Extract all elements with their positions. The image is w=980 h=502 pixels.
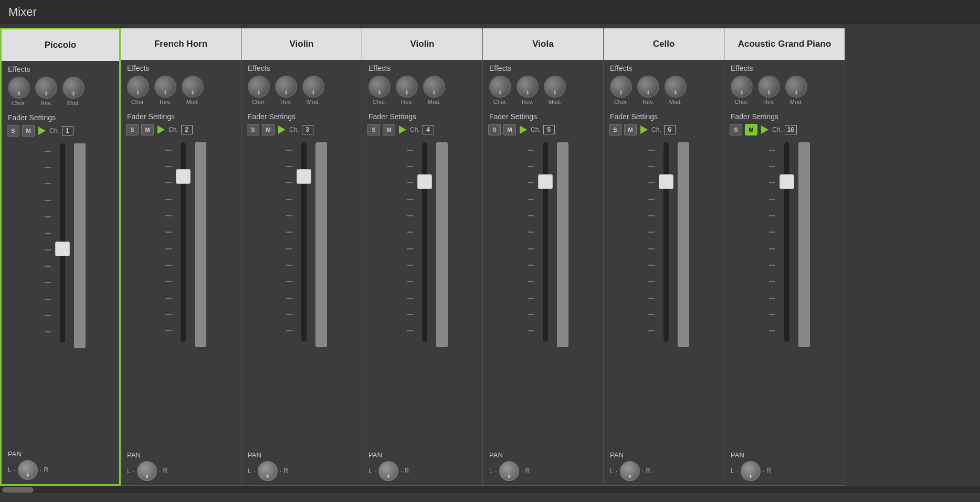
- channel-strip-5: CelloEffectsChor.Rev.Mod.Fader SettingsS…: [604, 28, 724, 486]
- fader-track-3[interactable]: [422, 142, 427, 342]
- knob-2-0[interactable]: [248, 76, 270, 98]
- volume-bar-5[interactable]: [678, 142, 689, 347]
- solo-button-3[interactable]: S: [367, 124, 380, 135]
- pan-knob-0[interactable]: [18, 460, 38, 480]
- play-button-5[interactable]: [640, 125, 648, 134]
- solo-button-2[interactable]: S: [247, 124, 259, 135]
- fader-thumb-4[interactable]: [538, 174, 553, 189]
- solo-button-4[interactable]: S: [488, 124, 501, 135]
- fader-thumb-1[interactable]: [176, 169, 191, 184]
- knob-0-0[interactable]: [8, 77, 30, 99]
- knob-3-1[interactable]: [396, 76, 418, 98]
- knob-6-2[interactable]: [785, 76, 807, 98]
- knob-4-1[interactable]: [517, 76, 539, 98]
- volume-bar-6[interactable]: [798, 142, 810, 347]
- fader-col-0[interactable]: [55, 141, 70, 346]
- volume-bar-wrap-3: [436, 140, 448, 347]
- solo-button-0[interactable]: S: [7, 125, 19, 137]
- pan-knob-2[interactable]: [258, 461, 278, 481]
- scrollbar-area[interactable]: [0, 486, 980, 493]
- knob-label-4-1: Rev.: [522, 99, 533, 105]
- knob-5-2[interactable]: [665, 76, 687, 98]
- tick-mark: [648, 330, 655, 331]
- knob-4-2[interactable]: [544, 76, 566, 98]
- play-button-2[interactable]: [278, 125, 286, 134]
- knob-1-2[interactable]: [182, 76, 204, 98]
- pan-label-3: PAN: [368, 451, 382, 459]
- fader-track-5[interactable]: [663, 142, 669, 342]
- pan-row-6: L · · R: [731, 461, 771, 481]
- mute-button-3[interactable]: M: [383, 124, 395, 135]
- knob-1-1[interactable]: [154, 76, 176, 98]
- fader-area-1: [121, 138, 241, 447]
- knob-1-0[interactable]: [127, 76, 149, 98]
- pan-r-dot-3: ·: [401, 467, 403, 475]
- pan-knob-5[interactable]: [620, 461, 640, 481]
- volume-bar-3[interactable]: [436, 142, 448, 347]
- fader-col-5[interactable]: [659, 140, 673, 344]
- fader-thumb-3[interactable]: [417, 174, 432, 189]
- knob-2-1[interactable]: [275, 76, 297, 98]
- volume-bar-2[interactable]: [315, 142, 327, 347]
- play-button-0[interactable]: [38, 127, 46, 135]
- pan-knob-1[interactable]: [137, 461, 157, 481]
- fader-track-0[interactable]: [60, 143, 65, 343]
- fader-track-1[interactable]: [181, 142, 186, 342]
- tick-mark: [407, 265, 413, 266]
- pan-knob-4[interactable]: [499, 461, 519, 481]
- pan-knob-3[interactable]: [378, 461, 398, 481]
- fader-track-4[interactable]: [543, 142, 548, 342]
- mute-button-5[interactable]: M: [624, 124, 637, 135]
- fader-col-6[interactable]: [779, 140, 794, 344]
- mute-button-4[interactable]: M: [503, 124, 516, 135]
- volume-bar-1[interactable]: [195, 142, 206, 347]
- knob-0-2[interactable]: [62, 77, 85, 99]
- fader-col-1[interactable]: [176, 140, 191, 344]
- knob-4-0[interactable]: [489, 76, 511, 98]
- solo-button-6[interactable]: S: [730, 124, 742, 135]
- knob-label-0-2: Mod.: [67, 100, 80, 106]
- fader-col-4[interactable]: [538, 140, 553, 344]
- pan-knob-6[interactable]: [741, 461, 761, 481]
- fader-thumb-6[interactable]: [779, 174, 794, 189]
- tick-mark: [648, 248, 655, 249]
- fader-track-2[interactable]: [301, 142, 307, 342]
- scrollbar-thumb[interactable]: [2, 487, 34, 493]
- play-button-3[interactable]: [399, 125, 406, 134]
- mute-button-6[interactable]: M: [745, 124, 757, 135]
- tick-mark: [648, 281, 655, 282]
- volume-bar-4[interactable]: [557, 142, 568, 347]
- mute-button-0[interactable]: M: [22, 125, 35, 137]
- fader-thumb-0[interactable]: [55, 242, 70, 256]
- fader-thumb-2[interactable]: [297, 169, 311, 184]
- fader-track-6[interactable]: [784, 142, 789, 342]
- play-button-1[interactable]: [157, 125, 165, 134]
- tick-mark: [407, 232, 413, 233]
- volume-bar-0[interactable]: [74, 143, 86, 348]
- tick-mark: [769, 150, 775, 151]
- knob-6-1[interactable]: [758, 76, 780, 98]
- tick-mark: [648, 232, 655, 233]
- knob-3-2[interactable]: [423, 76, 445, 98]
- ch-label-6: Ch.: [772, 126, 782, 133]
- play-button-4[interactable]: [520, 125, 527, 134]
- solo-button-1[interactable]: S: [126, 124, 139, 135]
- pan-r-label-2: R: [283, 467, 288, 475]
- knob-2-2[interactable]: [302, 76, 324, 98]
- solo-button-5[interactable]: S: [609, 124, 621, 135]
- knob-5-1[interactable]: [637, 76, 659, 98]
- tick-mark: [286, 150, 292, 151]
- fader-col-2[interactable]: [297, 140, 311, 344]
- fader-col-3[interactable]: [417, 140, 432, 344]
- knob-6-0[interactable]: [731, 76, 753, 98]
- fader-settings-row-3: SMCh.4: [362, 122, 482, 138]
- knob-3-0[interactable]: [368, 76, 391, 98]
- mute-button-2[interactable]: M: [262, 124, 275, 135]
- knob-5-0[interactable]: [610, 76, 632, 98]
- play-button-6[interactable]: [761, 125, 768, 134]
- mute-button-1[interactable]: M: [141, 124, 154, 135]
- tick-mark: [769, 281, 775, 282]
- knob-0-1[interactable]: [35, 77, 57, 99]
- fader-thumb-5[interactable]: [659, 174, 673, 189]
- knob-group-1-1: Rev.: [154, 76, 176, 105]
